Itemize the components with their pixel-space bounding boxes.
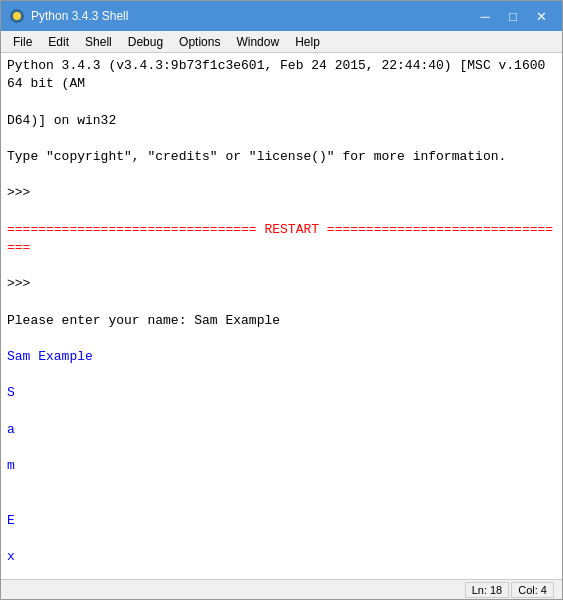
minimize-button[interactable]: ─ — [472, 6, 498, 26]
menu-item-help[interactable]: Help — [287, 33, 328, 51]
shell-line: E — [7, 512, 556, 530]
shell-line: Please enter your name: Sam Example — [7, 312, 556, 330]
svg-point-1 — [13, 12, 21, 20]
shell-line: >>> — [7, 184, 556, 202]
shell-line: Sam Example — [7, 348, 556, 366]
menu-item-window[interactable]: Window — [228, 33, 287, 51]
maximize-button[interactable]: □ — [500, 6, 526, 26]
status-col: Col: 4 — [511, 582, 554, 598]
shell-line: D64)] on win32 — [7, 112, 556, 130]
menu-item-edit[interactable]: Edit — [40, 33, 77, 51]
python-icon — [9, 8, 25, 24]
menu-bar: FileEditShellDebugOptionsWindowHelp — [1, 31, 562, 53]
shell-line: >>> — [7, 275, 556, 293]
status-line: Ln: 18 — [465, 582, 510, 598]
close-button[interactable]: ✕ — [528, 6, 554, 26]
window-title: Python 3.4.3 Shell — [31, 9, 472, 23]
menu-item-debug[interactable]: Debug — [120, 33, 171, 51]
shell-line: ================================ RESTART… — [7, 221, 556, 257]
menu-item-shell[interactable]: Shell — [77, 33, 120, 51]
shell-line: x — [7, 548, 556, 566]
status-bar: Ln: 18 Col: 4 — [1, 579, 562, 599]
window-controls: ─ □ ✕ — [472, 6, 554, 26]
main-window: Python 3.4.3 Shell ─ □ ✕ FileEditShellDe… — [0, 0, 563, 600]
shell-line: m — [7, 457, 556, 475]
menu-item-options[interactable]: Options — [171, 33, 228, 51]
menu-item-file[interactable]: File — [5, 33, 40, 51]
shell-line: Python 3.4.3 (v3.4.3:9b73f1c3e601, Feb 2… — [7, 57, 556, 93]
shell-output[interactable]: Python 3.4.3 (v3.4.3:9b73f1c3e601, Feb 2… — [1, 53, 562, 579]
shell-line: S — [7, 384, 556, 402]
title-bar: Python 3.4.3 Shell ─ □ ✕ — [1, 1, 562, 31]
shell-line: Type "copyright", "credits" or "license(… — [7, 148, 556, 166]
shell-line: a — [7, 421, 556, 439]
